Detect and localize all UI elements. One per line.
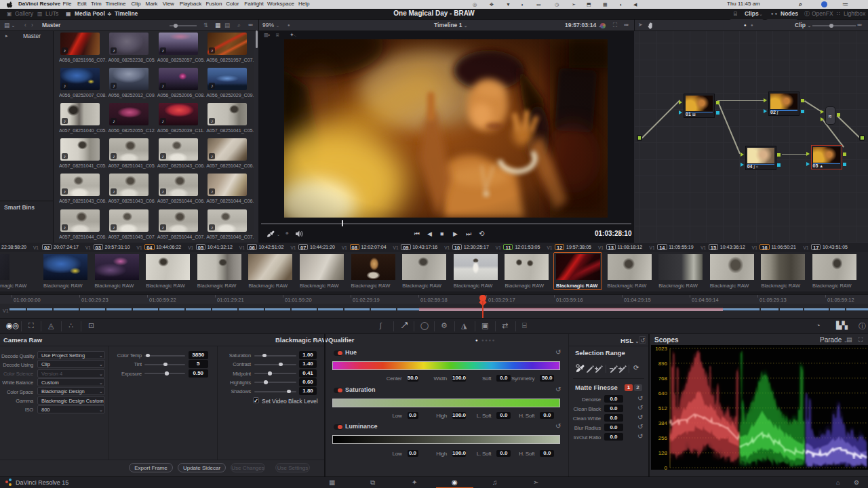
svg-text:128: 128 <box>658 450 668 456</box>
svg-text:768: 768 <box>658 375 668 382</box>
svg-text:512: 512 <box>658 405 668 411</box>
svg-text:1023: 1023 <box>655 346 667 352</box>
svg-text:256: 256 <box>658 435 668 441</box>
svg-text:640: 640 <box>658 390 668 396</box>
svg-text:896: 896 <box>658 361 668 367</box>
svg-text:0: 0 <box>665 465 668 470</box>
svg-text:384: 384 <box>658 420 668 426</box>
